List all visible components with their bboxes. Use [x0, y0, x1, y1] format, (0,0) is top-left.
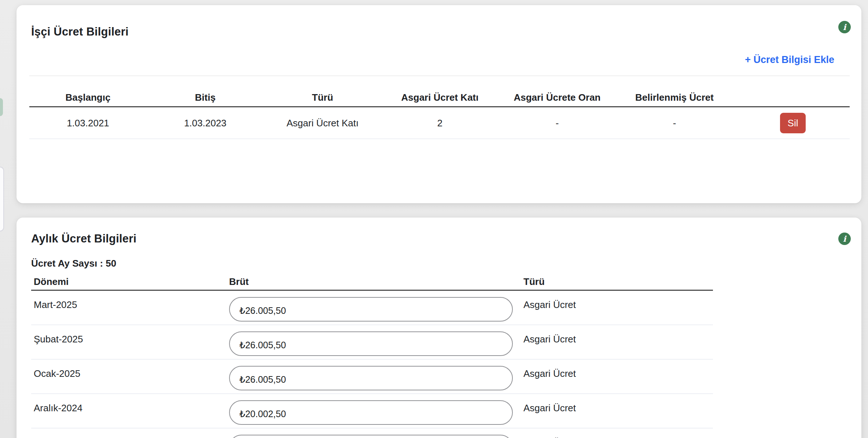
table-header-rule	[29, 106, 850, 107]
worker-wage-card: İşçi Ücret Bilgileri i + Ücret Bilgisi E…	[16, 5, 861, 203]
table-row: 1.03.2021 1.03.2023 Asgari Ücret Katı 2 …	[29, 108, 733, 138]
info-icon[interactable]: i	[838, 233, 851, 245]
monthly-card-title: Aylık Ücret Bilgileri	[31, 232, 136, 245]
monthly-wage-card: Aylık Ücret Bilgileri i Ücret Ay Saysı :…	[16, 218, 861, 438]
cell-asgari-ucret-kati: 2	[381, 118, 499, 129]
cell-baslangic: 1.03.2021	[29, 118, 147, 129]
column-header-donemi: Dönemi	[34, 276, 69, 287]
table-row: Aralık-2024 Asgari Ücret	[31, 394, 713, 428]
add-wage-info-link[interactable]: + Ücret Bilgisi Ekle	[745, 54, 834, 66]
table-row: Ocak-2025 Asgari Ücret	[31, 360, 713, 394]
cell-donem: Şubat-2025	[34, 334, 83, 345]
gross-wage-input[interactable]	[229, 400, 513, 425]
column-header-belirlenmis-ucret: Belirlenmiş Ücret	[616, 92, 733, 103]
table-row-partial: Asgari Ücret	[31, 428, 713, 438]
cell-belirlenmis-ucret: -	[616, 118, 733, 129]
column-header-brut: Brüt	[229, 276, 249, 287]
clipped-green-element-fragment	[0, 98, 3, 116]
info-icon[interactable]: i	[838, 21, 851, 33]
wage-month-count: Ücret Ay Saysı : 50	[31, 258, 116, 269]
cell-turu: Asgari Ücret Katı	[264, 118, 381, 129]
cell-turu: Asgari Ücret	[523, 402, 576, 414]
gross-wage-input[interactable]	[229, 331, 513, 356]
row-divider	[29, 138, 850, 139]
column-header-asgari-ucrete-oran: Asgari Ücrete Oran	[499, 92, 616, 103]
cell-asgari-ucrete-oran: -	[499, 118, 616, 129]
column-header-asgari-ucret-kati: Asgari Ücret Katı	[381, 92, 499, 103]
table-row: Şubat-2025 Asgari Ücret	[31, 325, 713, 360]
worker-table-header-row: Başlangıç Bitiş Türü Asgari Ücret Katı A…	[29, 90, 733, 105]
gross-wage-input[interactable]	[229, 297, 513, 322]
cell-turu: Asgari Ücret	[523, 334, 576, 345]
cell-bitis: 1.03.2023	[147, 118, 264, 129]
column-header-baslangic: Başlangıç	[29, 92, 147, 103]
column-header-bitis: Bitiş	[147, 92, 264, 103]
monthly-table-body: Mart-2025 Asgari Ücret Şubat-2025 Asgari…	[31, 291, 713, 438]
cell-donem: Aralık-2024	[34, 402, 82, 414]
cell-donem: Ocak-2025	[34, 368, 80, 379]
header-divider	[29, 75, 850, 76]
column-header-turu: Türü	[264, 92, 381, 103]
cell-turu: Asgari Ücret	[523, 368, 576, 379]
table-row: Mart-2025 Asgari Ücret	[31, 291, 713, 325]
gross-wage-input[interactable]	[229, 435, 513, 438]
worker-card-title: İşçi Ücret Bilgileri	[31, 25, 129, 38]
gross-wage-input[interactable]	[229, 366, 513, 390]
cell-donem: Mart-2025	[34, 299, 77, 311]
cell-turu: Asgari Ücret	[523, 299, 576, 311]
info-icon-glyph: i	[843, 234, 846, 244]
info-icon-glyph: i	[843, 22, 846, 32]
clipped-card-edge-fragment	[0, 167, 4, 231]
column-header-turu: Türü	[523, 276, 545, 287]
delete-button[interactable]: Sil	[780, 113, 806, 133]
